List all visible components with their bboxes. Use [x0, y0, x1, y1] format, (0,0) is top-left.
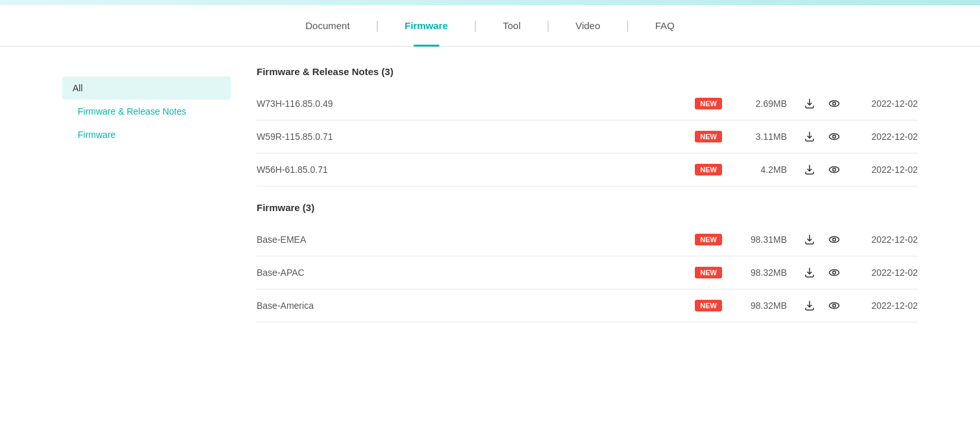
sidebar-item-firmware-&-release-notes[interactable]: Firmware & Release Notes	[62, 100, 231, 123]
badge-new: NEW	[695, 131, 722, 142]
sidebar-item-firmware[interactable]: Firmware	[62, 123, 231, 146]
file-size: 2.69MB	[735, 98, 787, 109]
file-name: W56H-61.85.0.71	[257, 164, 695, 175]
file-size: 98.32MB	[735, 267, 787, 278]
file-size: 4.2MB	[735, 164, 787, 175]
preview-button[interactable]	[828, 131, 840, 142]
download-button[interactable]	[804, 131, 815, 142]
svg-point-1	[833, 102, 836, 106]
svg-point-6	[830, 237, 839, 243]
file-row: Base-AmericaNEW98.32MB 2022-12-02	[257, 289, 918, 322]
svg-point-7	[833, 238, 836, 242]
file-date: 2022-12-02	[853, 267, 918, 278]
svg-point-0	[830, 101, 839, 107]
preview-button[interactable]	[828, 98, 840, 109]
svg-point-3	[833, 135, 836, 139]
section-title-0: Firmware & Release Notes (3)	[257, 66, 918, 77]
badge-new: NEW	[695, 164, 722, 175]
download-button[interactable]	[804, 164, 815, 175]
file-name: Base-EMEA	[257, 234, 695, 245]
file-row: W73H-116.85.0.49NEW2.69MB 2022-12-02	[257, 87, 918, 120]
svg-point-11	[833, 304, 836, 308]
file-row: W59R-115.85.0.71NEW3.11MB 2022-12-02	[257, 120, 918, 153]
preview-button[interactable]	[828, 267, 840, 278]
file-date: 2022-12-02	[853, 131, 918, 142]
preview-button[interactable]	[828, 234, 840, 245]
badge-new: NEW	[695, 267, 722, 278]
svg-point-4	[830, 167, 839, 173]
preview-button[interactable]	[828, 164, 840, 175]
file-date: 2022-12-02	[853, 98, 918, 109]
content-area: Firmware & Release Notes (3)W73H-116.85.…	[231, 66, 918, 322]
file-date: 2022-12-02	[853, 300, 918, 311]
download-button[interactable]	[804, 300, 815, 311]
file-name-highlight: Base-EMEA	[257, 234, 306, 245]
svg-point-5	[833, 168, 836, 172]
file-list-0: W73H-116.85.0.49NEW2.69MB 2022-12-02W59R…	[257, 87, 918, 186]
file-date: 2022-12-02	[853, 234, 918, 245]
download-button[interactable]	[804, 98, 815, 109]
file-date: 2022-12-02	[853, 164, 918, 175]
download-button[interactable]	[804, 267, 815, 278]
badge-new: NEW	[695, 98, 722, 109]
file-name: W73H-116.85.0.49	[257, 98, 695, 109]
file-row: W56H-61.85.0.71NEW4.2MB 2022-12-02	[257, 153, 918, 186]
svg-point-9	[833, 271, 836, 275]
main-container: AllFirmware & Release NotesFirmware Firm…	[36, 47, 944, 342]
nav-item-faq[interactable]: FAQ	[616, 5, 714, 47]
badge-new: NEW	[695, 234, 722, 245]
file-list-1: Base-EMEANEW98.31MB 2022-12-02Base-APACN…	[257, 223, 918, 322]
download-button[interactable]	[804, 234, 815, 245]
file-size: 3.11MB	[735, 131, 787, 142]
file-size: 98.31MB	[735, 234, 787, 245]
file-name: Base-America	[257, 300, 695, 311]
file-row: Base-APACNEW98.32MB 2022-12-02	[257, 256, 918, 289]
file-name: W59R-115.85.0.71	[257, 131, 695, 142]
navigation-bar: Document|Firmware|Tool|Video|FAQ	[0, 5, 980, 47]
sidebar-item-all[interactable]: All	[62, 76, 231, 100]
section-title-1: Firmware (3)	[257, 202, 918, 213]
file-size: 98.32MB	[735, 300, 787, 311]
preview-button[interactable]	[828, 300, 840, 311]
sidebar: AllFirmware & Release NotesFirmware	[62, 66, 231, 322]
file-name: Base-APAC	[257, 267, 695, 278]
svg-point-10	[830, 303, 839, 309]
badge-new: NEW	[695, 300, 722, 311]
file-row: Base-EMEANEW98.31MB 2022-12-02	[257, 223, 918, 256]
svg-point-2	[830, 134, 839, 140]
file-name-highlight: W56H-61.85.0.71	[257, 164, 328, 175]
svg-point-8	[830, 270, 839, 276]
